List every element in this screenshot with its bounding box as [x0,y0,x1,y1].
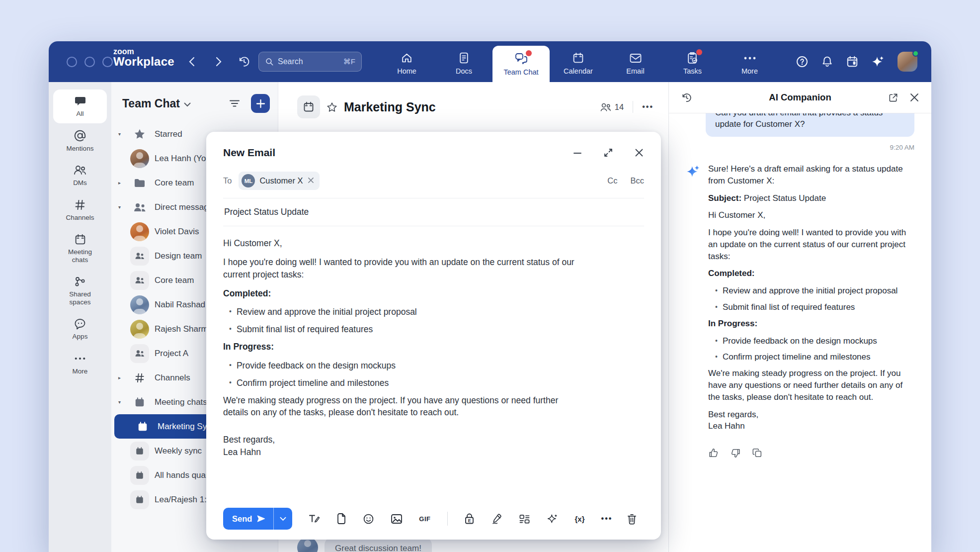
tab-more[interactable]: More [721,41,778,82]
forward-button[interactable] [211,54,226,69]
desktop: zoom Workplace Search ⌘F Home [0,0,980,552]
format-text-icon[interactable] [308,513,320,525]
bullet-text: Confirm project timeline and milestones [237,377,389,389]
close-button[interactable] [634,148,644,158]
caret-right-icon[interactable]: ▸ [118,180,125,185]
more-tools-button[interactable]: ••• [601,514,613,523]
thumbs-up-button[interactable] [708,448,719,459]
user-avatar[interactable] [898,52,917,72]
send-button[interactable]: Send [223,508,274,530]
chat-item-label: Design team [155,251,202,261]
rail-item-all[interactable]: All [53,90,107,123]
rail-item-meeting-chats[interactable]: Meeting chats [53,228,107,269]
search-input[interactable]: Search ⌘F [258,52,362,72]
encrypt-icon[interactable]: E [464,513,475,525]
thumbs-down-button[interactable] [730,448,741,459]
ai-subject-line: Subject: Project Status Update [708,192,912,204]
tab-calendar[interactable]: Calendar [550,41,607,82]
chat-item-label: Nabil Rashad [155,300,205,310]
tab-email[interactable]: Email [607,41,664,82]
ai-history-button[interactable] [681,92,692,103]
send-split-button: Send [223,508,292,530]
rail-item-apps[interactable]: Apps [53,312,107,346]
ai-popout-button[interactable] [888,92,898,103]
subject-label: Subject: [708,193,741,203]
rail-label: All [76,110,83,118]
avatar [130,222,149,241]
filter-button[interactable] [229,99,240,107]
template-icon[interactable] [519,514,530,524]
attach-file-icon[interactable] [336,513,346,525]
chip-remove-button[interactable] [308,177,314,185]
expand-button[interactable] [603,148,613,158]
notifications-button[interactable] [821,55,833,68]
tab-home[interactable]: Home [378,41,435,82]
new-chat-button[interactable] [251,94,270,113]
rail-label: Meeting chats [64,248,96,264]
tasks-badge [696,49,702,55]
variables-button[interactable]: {x} [575,515,585,523]
rail-item-shared-spaces[interactable]: Shared spaces [53,270,107,311]
rail-item-channels[interactable]: Channels [53,193,107,227]
tab-docs[interactable]: Docs [435,41,492,82]
inprogress-heading: In Progress: [708,318,912,330]
caret-down-icon[interactable]: ▾ [118,131,125,137]
completed-heading: Completed: [223,287,581,300]
channel-more-button[interactable]: ••• [642,102,653,111]
chevron-down-icon[interactable] [184,100,191,109]
divider [633,101,633,113]
rail-item-mentions[interactable]: Mentions [53,124,107,158]
email-intro: I hope you're doing well! I wanted to pr… [223,256,581,281]
tab-tasks[interactable]: Tasks [664,41,721,82]
chat-list-title[interactable]: Team Chat [122,97,180,110]
tab-team-chat[interactable]: Team Chat [492,46,550,82]
close-icon [909,92,919,102]
ai-companion-button[interactable] [871,55,885,69]
calendar-quick-button[interactable] [846,55,859,68]
back-button[interactable] [184,54,199,69]
filter-icon [229,99,240,107]
ai-body-intro: I hope you're doing well! I wanted to pr… [708,227,912,262]
thumbs-up-icon [708,448,719,459]
window-minimize-button[interactable] [84,57,95,67]
chat-item-label: Weekly sync [155,446,202,456]
copy-button[interactable] [752,448,763,459]
search-icon [265,57,274,66]
ai-close-button[interactable] [909,92,919,103]
send-options-button[interactable] [274,508,292,530]
cc-button[interactable]: Cc [607,176,617,185]
calendar-date-icon [846,55,859,68]
window-zoom-button[interactable] [102,57,113,67]
user-prompt-bubble: Can you draft an email that provides a s… [706,113,914,137]
bullet-text: Provide feedback on the design mockups [237,360,396,372]
bcc-button[interactable]: Bcc [630,176,644,185]
emoji-icon[interactable] [363,513,374,525]
subject-field[interactable]: Project Status Update [223,198,644,226]
star-icon [134,128,146,140]
status-dot [912,50,919,57]
members-button[interactable]: 14 [600,102,624,112]
help-button[interactable] [796,55,809,68]
history-button[interactable] [237,54,251,69]
chat-item-label: Project A [155,349,188,359]
rail-item-dms[interactable]: DMs [53,159,107,192]
insert-image-icon[interactable] [391,514,403,524]
recipient-chip[interactable]: ML Customer X [239,172,319,190]
email-body-editor[interactable]: Hi Customer X, I hope you're doing well!… [223,226,581,498]
meeting-calendar-icon [137,421,148,432]
caret-down-icon[interactable]: ▾ [118,399,125,405]
discard-draft-button[interactable] [627,513,637,525]
caret-down-icon[interactable]: ▾ [118,204,125,210]
ai-compose-icon[interactable] [547,513,559,525]
window-controls[interactable] [67,57,113,67]
gif-button[interactable]: GIF [419,515,430,523]
minimize-button[interactable] [572,148,582,158]
caret-right-icon[interactable]: ▸ [118,375,125,380]
window-close-button[interactable] [67,57,77,67]
signature-icon[interactable] [491,513,502,525]
chat-item-label: Core team [155,276,194,285]
star-toggle-button[interactable] [327,102,337,112]
rail-label: Shared spaces [64,290,96,306]
rail-item-more[interactable]: More [53,347,107,381]
modal-header: New Email [223,147,644,159]
